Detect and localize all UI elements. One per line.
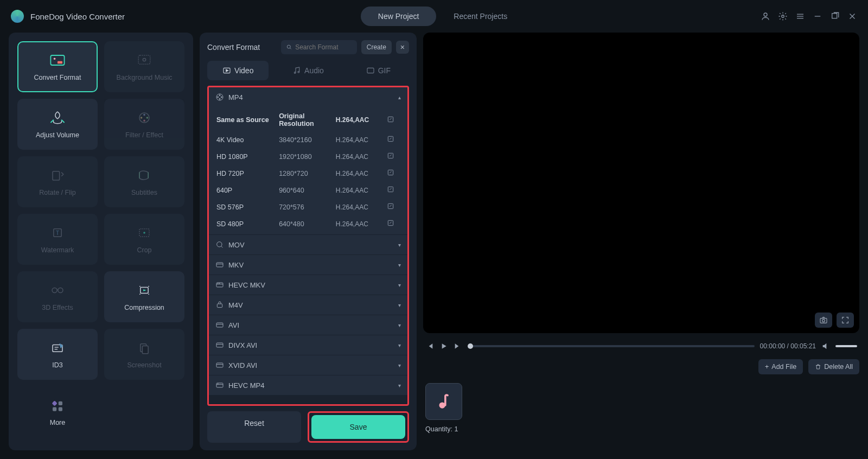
- format-row[interactable]: Same as SourceOriginal ResolutionH.264,A…: [209, 107, 407, 131]
- delete-all-button[interactable]: Delete All: [808, 359, 859, 374]
- svg-point-78: [822, 320, 825, 322]
- snapshot-button[interactable]: [815, 313, 832, 328]
- edit-icon[interactable]: [387, 219, 400, 228]
- prev-track-icon[interactable]: [425, 342, 434, 350]
- format-row[interactable]: 4K Video3840*2160H.264,AAC: [209, 131, 407, 148]
- tool-watermark[interactable]: TWatermark: [17, 214, 98, 265]
- close-panel-button[interactable]: ×: [396, 41, 409, 54]
- format-group-header[interactable]: MKV▾: [209, 255, 407, 275]
- svg-point-13: [143, 58, 145, 61]
- tool-more[interactable]: More: [17, 386, 98, 437]
- format-row[interactable]: HD 1080P1920*1080H.264,AAC: [209, 148, 407, 165]
- timeline-thumb[interactable]: [468, 343, 473, 349]
- edit-icon[interactable]: [387, 135, 400, 144]
- format-group-header[interactable]: DIVX AVI▾: [209, 335, 407, 355]
- format-group-hevc-mp4: HEVC MP4▾: [209, 375, 407, 396]
- chevron-down-icon: ▾: [398, 242, 401, 248]
- format-group-header-mp4[interactable]: MP4 ▴: [209, 87, 407, 107]
- svg-rect-36: [52, 400, 58, 406]
- format-tab-video[interactable]: Video: [207, 61, 269, 80]
- svg-point-44: [294, 72, 296, 74]
- file-thumbnail[interactable]: [425, 383, 462, 420]
- svg-point-45: [298, 71, 299, 73]
- tool-compression[interactable]: Compression: [104, 271, 184, 322]
- search-input[interactable]: [295, 43, 352, 51]
- tool-icon: [48, 110, 67, 126]
- svg-rect-61: [216, 263, 223, 267]
- volume-icon[interactable]: [821, 342, 830, 350]
- svg-rect-6: [832, 14, 837, 18]
- tool-screenshot[interactable]: Screenshot: [104, 329, 184, 380]
- window-close-icon[interactable]: [847, 11, 857, 21]
- format-row[interactable]: HD 720P1280*720H.264,AAC: [209, 165, 407, 182]
- timeline[interactable]: [468, 345, 755, 347]
- svg-rect-35: [142, 346, 148, 353]
- svg-point-40: [287, 45, 290, 48]
- svg-rect-37: [59, 401, 62, 405]
- format-row[interactable]: SD 576P720*576H.264,AAC: [209, 199, 407, 215]
- tool-icon: [135, 282, 154, 298]
- svg-rect-63: [216, 283, 223, 287]
- tab-recent-projects[interactable]: Recent Projects: [436, 7, 525, 26]
- svg-point-1: [782, 15, 784, 18]
- tool-icon: T: [48, 225, 67, 241]
- app-logo: [11, 10, 24, 23]
- tool-crop[interactable]: Crop: [104, 214, 184, 265]
- svg-rect-38: [53, 407, 56, 411]
- format-group-avi: AVI▾: [209, 315, 407, 335]
- search-format[interactable]: [281, 40, 357, 54]
- edit-icon[interactable]: [387, 186, 400, 195]
- create-button[interactable]: Create: [361, 40, 392, 54]
- format-group-header[interactable]: HEVC MP4▾: [209, 375, 407, 395]
- tool-icon: [135, 167, 154, 183]
- format-group-header[interactable]: MOV▾: [209, 235, 407, 254]
- next-track-icon[interactable]: [454, 342, 462, 350]
- chevron-down-icon: ▾: [398, 302, 401, 308]
- fullscreen-button[interactable]: [837, 313, 854, 328]
- user-icon[interactable]: [761, 11, 770, 21]
- gear-icon[interactable]: [778, 11, 788, 21]
- format-group-header[interactable]: XVID AVI▾: [209, 355, 407, 375]
- tool-filter-effect[interactable]: Filter / Effect: [104, 99, 184, 150]
- chevron-down-icon: ▾: [398, 342, 401, 348]
- tool-adjust-volume[interactable]: Adjust Volume: [17, 99, 98, 150]
- format-group-header[interactable]: AVI▾: [209, 315, 407, 335]
- menu-icon[interactable]: [795, 11, 805, 21]
- chevron-down-icon: ▾: [398, 262, 401, 268]
- format-tab-audio[interactable]: Audio: [277, 61, 339, 80]
- svg-rect-11: [58, 61, 62, 64]
- tool-background-music[interactable]: Background Music: [104, 41, 184, 92]
- svg-marker-43: [226, 69, 228, 72]
- gif-icon: [366, 66, 375, 75]
- reset-button[interactable]: Reset: [207, 411, 301, 443]
- add-file-button[interactable]: + Add File: [758, 359, 803, 374]
- tool-subtitles[interactable]: Subtitles: [104, 156, 184, 207]
- format-tab-gif[interactable]: GIF: [348, 61, 409, 80]
- svg-point-18: [146, 117, 149, 119]
- tool-icon: [48, 340, 67, 356]
- format-row[interactable]: 640P960*640H.264,AAC: [209, 182, 407, 199]
- edit-icon[interactable]: [387, 116, 400, 125]
- plus-icon: +: [765, 363, 769, 371]
- tool-rotate-flip[interactable]: Rotate / Flip: [17, 156, 98, 207]
- svg-point-10: [54, 58, 56, 60]
- volume-slider[interactable]: [835, 345, 857, 347]
- chevron-down-icon: ▾: [398, 282, 401, 288]
- format-group-header[interactable]: HEVC MKV▾: [209, 275, 407, 295]
- svg-marker-30: [143, 289, 146, 291]
- edit-icon[interactable]: [387, 169, 400, 178]
- edit-icon[interactable]: [387, 152, 400, 161]
- tool-3d-effects[interactable]: 3D Effects: [17, 271, 98, 322]
- save-button[interactable]: Save: [311, 415, 405, 439]
- tool-convert-format[interactable]: Convert Format: [17, 41, 98, 92]
- window-maximize-icon[interactable]: [830, 11, 840, 21]
- play-icon[interactable]: [439, 342, 448, 350]
- tool-id3[interactable]: ID3: [17, 329, 98, 380]
- format-row[interactable]: SD 480P640*480H.264,AAC: [209, 215, 407, 232]
- tab-new-project[interactable]: New Project: [361, 7, 436, 26]
- window-minimize-icon[interactable]: [813, 11, 822, 21]
- format-group-mkv: MKV▾: [209, 255, 407, 275]
- svg-rect-12: [138, 55, 150, 64]
- format-group-header[interactable]: M4V▾: [209, 295, 407, 315]
- edit-icon[interactable]: [387, 202, 400, 212]
